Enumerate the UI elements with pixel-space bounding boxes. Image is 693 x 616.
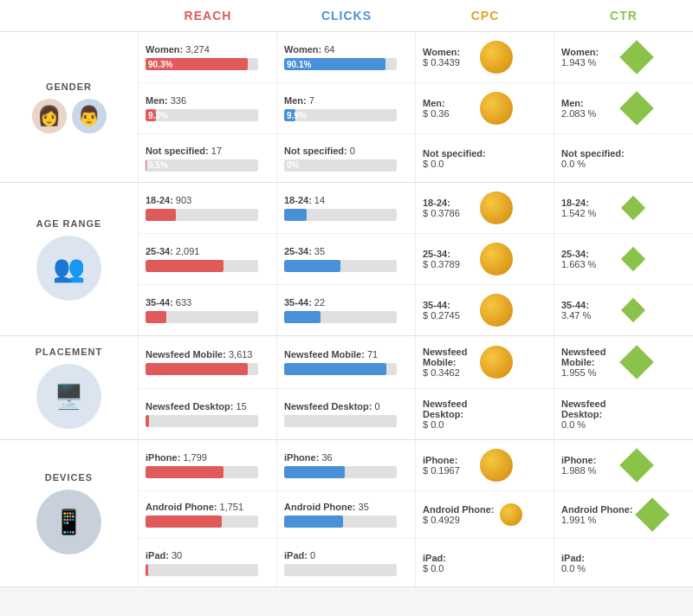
- reach-cell: Not specified: 17 0.5%: [139, 134, 277, 182]
- reach-cell: Men: 336 9.3%: [139, 83, 277, 134]
- clicks-label: Android Phone: 35: [284, 502, 408, 512]
- green-diamond-icon: [621, 298, 645, 322]
- category-cell: PLACEMENT 🖥️: [0, 336, 139, 439]
- clicks-cell: iPad: 0: [277, 539, 416, 587]
- ctr-cell: Android Phone:1.991 %: [554, 491, 693, 539]
- reach-cell: iPad: 30: [139, 539, 277, 587]
- reach-label: iPhone: 1,799: [146, 452, 269, 463]
- reach-label: iPad: 30: [146, 550, 269, 561]
- ctr-cell: NewsfeedMobile:1.955 %: [554, 336, 693, 389]
- category-icon: 📱: [36, 490, 101, 554]
- reach-cell: Newsfeed Mobile: 3,613: [139, 336, 277, 389]
- clicks-cell: Newsfeed Desktop: 0: [277, 389, 416, 439]
- section-devices: DEVICES 📱 iPhone: 1,799 iPhone: 36 iPhon…: [0, 440, 693, 587]
- cpc-cell: Not specified:$ 0.0: [416, 134, 554, 182]
- green-diamond-icon: [619, 345, 654, 379]
- reach-label: Women: 3,274: [146, 44, 269, 55]
- gold-circle-icon: [480, 449, 513, 482]
- green-diamond-icon: [619, 448, 654, 483]
- clicks-label: 18-24: 14: [284, 195, 408, 205]
- ctr-cell: 25-34:1.663 %: [554, 234, 693, 285]
- reach-label: 35-44: 633: [146, 297, 269, 308]
- clicks-label: iPad: 0: [284, 550, 408, 561]
- reach-label: Newsfeed Mobile: 3,613: [146, 349, 269, 360]
- table-header: REACH CLICKS CPC CTR: [0, 0, 693, 32]
- section-age: AGE RANGE 👥 18-24: 903 18-24: 14 18-24:$…: [0, 183, 693, 336]
- green-diamond-icon: [619, 40, 654, 75]
- reach-cell: Newsfeed Desktop: 15: [139, 389, 277, 439]
- category-cell: AGE RANGE 👥: [0, 183, 139, 335]
- ctr-cell: 35-44:3.47 %: [554, 285, 693, 335]
- cpc-cell: iPhone:$ 0.1967: [416, 440, 554, 491]
- gold-circle-icon: [480, 294, 513, 327]
- clicks-cell: 35-44: 22: [277, 285, 416, 335]
- reach-label: Android Phone: 1,751: [146, 502, 269, 512]
- category-label: PLACEMENT: [36, 347, 102, 357]
- green-diamond-icon: [619, 91, 654, 126]
- header-clicks: CLICKS: [277, 0, 416, 31]
- green-diamond-icon: [635, 497, 670, 532]
- cpc-cell: NewsfeedDesktop:$ 0.0: [416, 389, 554, 439]
- section-gender: GENDER 👩 👨 Women: 3,274 90.3% Women: 64 …: [0, 32, 693, 183]
- section-placement: PLACEMENT 🖥️ Newsfeed Mobile: 3,613 News…: [0, 336, 693, 440]
- category-icon: 👩 👨: [32, 99, 107, 133]
- clicks-label: 35-44: 22: [284, 297, 408, 308]
- category-icon: 👥: [36, 236, 101, 301]
- analytics-table: REACH CLICKS CPC CTR GENDER 👩 👨 Women: 3…: [0, 0, 693, 587]
- header-reach: REACH: [139, 0, 277, 31]
- gold-circle-icon: [480, 243, 513, 276]
- clicks-cell: Not specified: 0 0%: [277, 134, 416, 182]
- category-icon: 🖥️: [36, 364, 101, 429]
- cpc-cell: iPad:$ 0.0: [416, 539, 554, 587]
- green-diamond-icon: [621, 196, 645, 220]
- clicks-cell: 25-34: 35: [277, 234, 416, 285]
- cpc-cell: Women:$ 0.3439: [416, 32, 554, 83]
- clicks-label: Men: 7: [284, 95, 408, 106]
- ctr-cell: 18-24:1.542 %: [554, 183, 693, 234]
- header-ctr: CTR: [554, 0, 693, 31]
- reach-label: Not specified: 17: [146, 146, 269, 156]
- reach-cell: 35-44: 633: [139, 285, 277, 335]
- category-cell: GENDER 👩 👨: [0, 32, 139, 182]
- category-cell: DEVICES 📱: [0, 440, 139, 587]
- gold-circle-icon: [480, 41, 513, 74]
- cpc-cell: Android Phone:$ 0.4929: [416, 491, 554, 539]
- cpc-cell: NewsfeedMobile:$ 0.3462: [416, 336, 554, 389]
- clicks-label: Not specified: 0: [284, 146, 408, 156]
- category-label: GENDER: [46, 81, 92, 92]
- clicks-cell: Newsfeed Mobile: 71: [277, 336, 416, 389]
- reach-label: 25-34: 2,091: [146, 246, 269, 256]
- cpc-cell: 35-44:$ 0.2745: [416, 285, 554, 335]
- reach-cell: 18-24: 903: [139, 183, 277, 234]
- clicks-cell: iPhone: 36: [277, 440, 416, 491]
- cpc-cell: 18-24:$ 0.3786: [416, 183, 554, 234]
- clicks-cell: 18-24: 14: [277, 183, 416, 234]
- clicks-cell: Men: 7 9.9%: [277, 83, 416, 134]
- ctr-cell: iPhone:1.988 %: [554, 440, 693, 491]
- clicks-cell: Women: 64 90.1%: [277, 32, 416, 83]
- clicks-cell: Android Phone: 35: [277, 491, 416, 539]
- ctr-cell: iPad:0.0 %: [554, 539, 693, 587]
- ctr-cell: Not specified:0.0 %: [554, 134, 693, 182]
- ctr-cell: NewsfeedDesktop:0.0 %: [554, 389, 693, 439]
- reach-cell: Android Phone: 1,751: [139, 491, 277, 539]
- gold-circle-icon: [500, 503, 522, 526]
- reach-label: 18-24: 903: [146, 195, 269, 205]
- ctr-cell: Men:2.083 %: [554, 83, 693, 134]
- reach-cell: Women: 3,274 90.3%: [139, 32, 277, 83]
- cpc-cell: Men:$ 0.36: [416, 83, 554, 134]
- header-cpc: CPC: [416, 0, 554, 31]
- reach-label: Newsfeed Desktop: 15: [146, 401, 269, 412]
- gold-circle-icon: [480, 92, 513, 125]
- gold-circle-icon: [480, 346, 513, 379]
- ctr-cell: Women:1.943 %: [554, 32, 693, 83]
- clicks-label: Newsfeed Mobile: 71: [284, 349, 408, 360]
- header-category: [0, 0, 139, 31]
- reach-label: Men: 336: [146, 95, 269, 106]
- clicks-label: Women: 64: [284, 44, 408, 55]
- clicks-label: iPhone: 36: [284, 452, 408, 463]
- reach-cell: iPhone: 1,799: [139, 440, 277, 491]
- cpc-cell: 25-34:$ 0.3789: [416, 234, 554, 285]
- category-label: AGE RANGE: [36, 218, 102, 229]
- category-label: DEVICES: [45, 472, 93, 483]
